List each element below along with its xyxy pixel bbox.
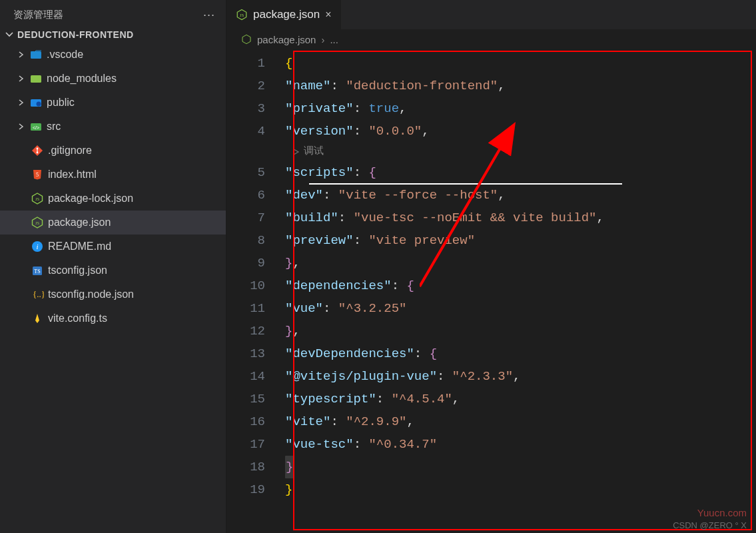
chevron-right-icon: ›: [321, 34, 324, 45]
project-name: DEDUCTION-FRONTEND: [17, 29, 134, 40]
code-line[interactable]: }: [285, 456, 756, 478]
file-tree-item[interactable]: JSpackage-lock.json: [0, 187, 226, 211]
line-number-gutter: 12345678910111213141516171819: [226, 52, 285, 501]
debug-codelens[interactable]: 调试: [285, 143, 756, 161]
nodejs-icon: JS: [236, 9, 248, 21]
file-tree-item[interactable]: vite.config.ts: [0, 306, 226, 330]
file-tree: .vscodenode_modulespublic</>src.gitignor…: [0, 43, 226, 336]
vite-icon: [31, 312, 44, 325]
code-line[interactable]: "preview": "vite preview": [285, 229, 756, 252]
code-line[interactable]: "dev": "vite --force --host",: [285, 184, 756, 207]
code-line[interactable]: "name": "deduction-frontend",: [285, 75, 756, 97]
code-line[interactable]: "vue": "^3.2.25": [285, 297, 756, 320]
ts-icon: TS: [31, 264, 44, 277]
file-tree-item[interactable]: {..}tsconfig.node.json: [0, 282, 226, 306]
git-icon: [31, 144, 44, 157]
njs-icon: JS: [31, 192, 44, 205]
code-line[interactable]: "build": "vue-tsc --noEmit && vite build…: [285, 207, 756, 229]
code-line[interactable]: "scripts": {: [285, 161, 756, 184]
file-tree-item[interactable]: TStsconfig.json: [0, 259, 226, 282]
file-label: package-lock.json: [48, 193, 133, 205]
file-label: src: [47, 121, 61, 133]
file-tree-item[interactable]: JSpackage.json: [0, 211, 226, 235]
underline-annotation: [309, 183, 622, 185]
code-line[interactable]: "vite": "^2.9.9",: [285, 410, 756, 433]
chevron-right-icon: [16, 51, 25, 59]
explorer-sidebar: 资源管理器 ··· DEDUCTION-FRONTEND .vscodenode…: [0, 0, 226, 533]
svg-text:TS: TS: [34, 268, 40, 274]
file-label: .vscode: [47, 49, 83, 61]
more-icon[interactable]: ···: [203, 8, 215, 22]
breadcrumb-file: package.json: [257, 34, 316, 45]
file-label: vite.config.ts: [48, 312, 107, 324]
code-line[interactable]: "vue-tsc": "^0.34.7": [285, 433, 756, 456]
explorer-title: 资源管理器: [13, 9, 63, 21]
chevron-right-icon: [16, 75, 25, 83]
project-header[interactable]: DEDUCTION-FRONTEND: [0, 27, 226, 43]
close-icon[interactable]: ×: [325, 9, 331, 21]
folder-public-icon: [29, 96, 43, 109]
breadcrumb-tail: ...: [330, 34, 338, 45]
svg-rect-0: [31, 51, 41, 59]
code-line[interactable]: "devDependencies": {: [285, 342, 756, 365]
code-line[interactable]: },: [285, 320, 756, 342]
file-label: README.md: [48, 241, 111, 253]
file-tree-item[interactable]: .gitignore: [0, 139, 226, 163]
watermark-csdn: CSDN @ZERO ° X: [673, 520, 747, 530]
njs-icon: JS: [31, 216, 44, 229]
chevron-right-icon: [16, 123, 25, 131]
svg-text:{..}: {..}: [33, 289, 44, 299]
folder-vscode-icon: [29, 48, 43, 61]
file-tree-item[interactable]: </>src: [0, 115, 226, 139]
explorer-header: 资源管理器 ···: [0, 0, 226, 27]
svg-text:JS: JS: [35, 221, 40, 225]
svg-text:JS: JS: [240, 13, 244, 17]
file-label: node_modules: [47, 73, 117, 85]
file-tree-item[interactable]: public: [0, 91, 226, 115]
svg-point-3: [37, 102, 41, 107]
code-line[interactable]: "private": true,: [285, 97, 756, 120]
chevron-down-icon: [4, 29, 15, 40]
svg-text:JS: JS: [35, 197, 40, 201]
file-label: public: [47, 97, 75, 109]
file-tree-item[interactable]: node_modules: [0, 67, 226, 91]
file-label: tsconfig.json: [48, 265, 107, 276]
file-tree-item[interactable]: 5index.html: [0, 163, 226, 187]
chevron-right-icon: [16, 99, 25, 107]
code-line[interactable]: "version": "0.0.0",: [285, 120, 756, 143]
breadcrumb[interactable]: package.json › ...: [226, 29, 756, 49]
editor-area: JS package.json × package.json › ... 123…: [226, 0, 756, 533]
code-line[interactable]: "dependencies": {: [285, 274, 756, 297]
info-icon: i: [31, 240, 44, 253]
folder-src-icon: </>: [29, 120, 43, 133]
file-label: package.json: [48, 217, 111, 229]
code-line[interactable]: {: [285, 52, 756, 75]
code-area[interactable]: 12345678910111213141516171819 { "name": …: [226, 49, 756, 533]
file-label: .gitignore: [48, 145, 92, 157]
tab-bar: JS package.json ×: [226, 0, 756, 29]
svg-text:i: i: [36, 243, 38, 251]
html-icon: 5: [31, 168, 44, 181]
tsnode-icon: {..}: [31, 288, 44, 301]
svg-rect-1: [31, 75, 41, 83]
code-line[interactable]: "typescript": "^4.5.4",: [285, 388, 756, 410]
tab-label: package.json: [253, 8, 320, 21]
watermark-yuucn: Yuucn.com: [697, 507, 747, 518]
nodejs-icon: [241, 34, 252, 45]
svg-text:</>: </>: [33, 125, 39, 130]
file-label: tsconfig.node.json: [48, 288, 134, 300]
tab-package-json[interactable]: JS package.json ×: [226, 0, 342, 29]
code-line[interactable]: "@vitejs/plugin-vue": "^2.3.3",: [285, 365, 756, 388]
file-tree-item[interactable]: iREADME.md: [0, 235, 226, 259]
code-line[interactable]: }: [285, 478, 756, 501]
svg-text:5: 5: [36, 172, 39, 178]
code-line[interactable]: },: [285, 252, 756, 274]
file-tree-item[interactable]: .vscode: [0, 43, 226, 67]
file-label: index.html: [48, 169, 97, 181]
code-lines[interactable]: { "name": "deduction-frontend", "private…: [285, 52, 756, 501]
folder-node-icon: [29, 72, 43, 85]
